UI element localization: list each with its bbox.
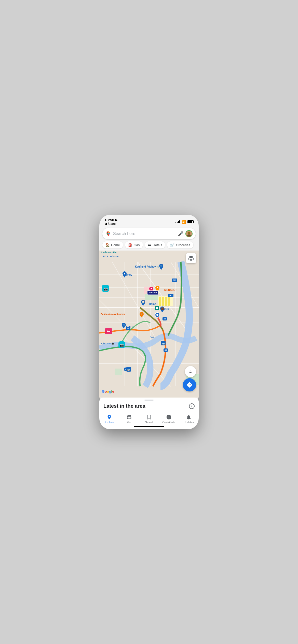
layers-icon: [188, 255, 194, 261]
explore-icon: [106, 414, 112, 420]
hotel-pin: 🛏: [105, 328, 112, 335]
svg-text:🏠: 🏠: [141, 300, 145, 303]
nav-saved[interactable]: Saved: [139, 414, 159, 424]
lachovec-label: Lachovec 44m: [101, 251, 117, 254]
transit-badge-2: 🚌: [126, 367, 131, 372]
usti-label: a ústí Váh 📷: [101, 342, 114, 345]
search-bar[interactable]: Search here 🎤: [102, 228, 196, 239]
chip-home[interactable]: 🏠 Home: [102, 241, 123, 248]
contribute-icon: [166, 414, 172, 420]
home-indicator: [99, 425, 199, 429]
battery-icon: [187, 220, 194, 223]
svg-rect-29: [165, 297, 167, 306]
camera-pin-2: 📷: [118, 341, 125, 349]
gas-chip-icon: ⛽: [128, 243, 132, 247]
contribute-label: Contribute: [162, 421, 175, 424]
nav-go[interactable]: Go: [119, 414, 139, 424]
chip-groceries[interactable]: 🛒 Groceries: [167, 241, 193, 248]
badge-507-1: 507: [172, 279, 177, 282]
go-icon: [126, 414, 132, 420]
location-arrow-icon: ▶: [115, 218, 117, 222]
svg-text:💼: 💼: [160, 306, 164, 310]
groceries-chip-icon: 🛒: [170, 243, 174, 247]
status-icons: 📶: [175, 220, 194, 224]
status-time: 13:50 ▶: [104, 218, 117, 222]
svg-rect-37: [156, 307, 158, 309]
svg-text:🛏: 🛏: [107, 330, 110, 333]
home-pin: 🏠: [140, 299, 146, 308]
intersection-marker: [155, 306, 159, 311]
hotels-chip-icon: 🛏: [148, 243, 152, 247]
svg-text:🍴: 🍴: [140, 313, 143, 316]
kaufland-pin: 🛒: [158, 263, 164, 271]
google-maps-logo: [105, 231, 111, 237]
layers-button[interactable]: [186, 253, 196, 263]
svg-text:♥: ♥: [151, 287, 152, 290]
saved-icon: [146, 414, 152, 420]
signal-icon: [175, 220, 180, 223]
mic-icon[interactable]: 🎤: [178, 231, 183, 237]
svg-rect-30: [168, 297, 170, 306]
go-label: Go: [127, 421, 131, 424]
badge-507-2: 507: [168, 294, 173, 297]
avatar[interactable]: [185, 230, 193, 237]
search-input[interactable]: Search here: [113, 231, 176, 236]
svg-text:🛒: 🛒: [123, 323, 126, 326]
sheet-title: Latest in the area i: [99, 403, 199, 412]
google-logo: Google: [102, 389, 117, 395]
explore-label: Explore: [104, 421, 114, 424]
nav-explore[interactable]: Explore: [99, 414, 119, 424]
mikona-label: MIKONA: [147, 290, 158, 295]
filter-chips: 🏠 Home ⛽ Gas 🛏 Hotels 🛒 Groceries: [99, 241, 199, 251]
lidl-pin: 🛒: [121, 322, 127, 330]
updates-icon: [186, 414, 192, 420]
menscut-label: MENSCUT: [164, 289, 177, 291]
phone-frame: 13:50 ▶ ◀ Search 📶: [99, 215, 199, 429]
svg-point-40: [156, 314, 158, 316]
kaufland-label: Kaufland Púchov 🛒: [135, 265, 159, 268]
svg-point-51: [130, 417, 131, 418]
home-map-label: Home: [149, 303, 156, 305]
nav-contribute[interactable]: Contribute: [159, 414, 179, 424]
camera-pin: 📷: [102, 285, 109, 293]
wifi-icon: 📶: [182, 220, 186, 224]
restaurant-label: Reštaurácia Antunovic: [101, 313, 125, 315]
home-bar: [134, 426, 164, 427]
work-pin: 💼: [159, 306, 165, 314]
svg-text:📷: 📷: [103, 287, 108, 291]
svg-text:🛒: 🛒: [160, 264, 163, 267]
svg-point-50: [128, 417, 129, 418]
badge-49-2: 49: [126, 327, 130, 330]
svg-text:★: ★: [156, 286, 159, 289]
rcs-label: RCS Lachovec: [103, 255, 119, 258]
svg-text:📷: 📷: [120, 343, 124, 347]
restaurant-pin: 🍴: [139, 312, 144, 319]
domov-pin: [122, 271, 127, 279]
nav-updates[interactable]: Updates: [179, 414, 199, 424]
transit-badge-1: 🚌: [161, 341, 166, 345]
sheet-handle[interactable]: [144, 400, 154, 401]
directions-icon: [186, 382, 193, 388]
updates-label: Updates: [184, 421, 194, 424]
search-area: Search here 🎤: [99, 227, 199, 241]
bottom-nav: Explore Go Saved Contribute: [99, 412, 199, 425]
navigate-button[interactable]: [183, 378, 196, 391]
home-chip-icon: 🏠: [105, 243, 110, 247]
location-button[interactable]: [185, 366, 196, 377]
info-icon[interactable]: i: [189, 403, 195, 409]
status-bar: 13:50 ▶ ◀ Search 📶: [99, 215, 199, 227]
svg-rect-27: [159, 297, 161, 306]
chip-gas[interactable]: ⛽ Gas: [125, 241, 143, 248]
svg-point-3: [187, 235, 191, 237]
vah-label: Váh: [150, 336, 155, 339]
svg-text:Google: Google: [102, 389, 114, 393]
chip-hotels[interactable]: 🛏 Hotels: [145, 241, 165, 248]
back-button[interactable]: ◀ Search: [104, 222, 117, 226]
map-svg: [99, 251, 199, 398]
saved-label: Saved: [145, 421, 153, 424]
blue-circle-marker: [155, 312, 160, 318]
badge-49-1: 49: [162, 317, 167, 320]
svg-rect-25: [115, 369, 122, 375]
svg-rect-28: [162, 297, 164, 306]
map-container[interactable]: Lachovec 44m RCS Lachovec Kaufland Púcho…: [99, 251, 199, 398]
